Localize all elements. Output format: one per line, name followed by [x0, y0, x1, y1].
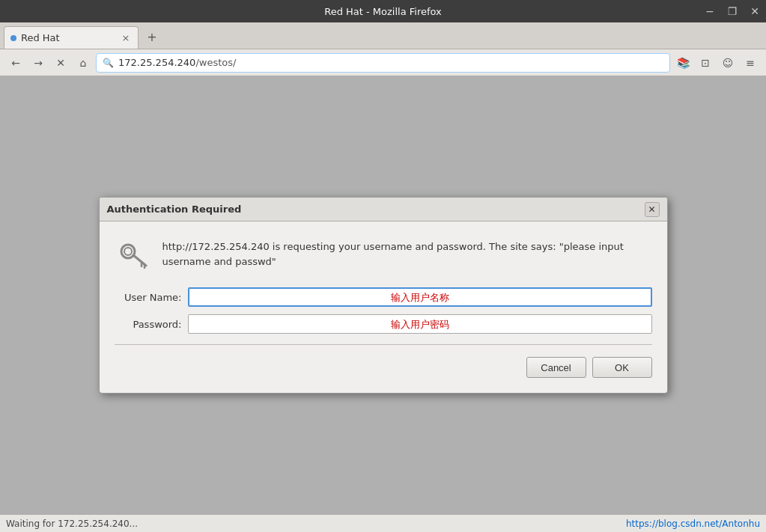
dialog-body: http://172.25.254.240 is requesting your…: [100, 221, 667, 393]
url-bar[interactable]: 🔍 172.25.254.240 /westos/: [96, 53, 670, 73]
dialog-buttons: Cancel OK: [115, 357, 652, 378]
cancel-button[interactable]: Cancel: [526, 357, 586, 378]
ok-button[interactable]: OK: [592, 357, 652, 378]
back-button[interactable]: ←: [6, 53, 25, 73]
profile-icon[interactable]: ☺: [718, 53, 738, 73]
password-input[interactable]: [188, 314, 652, 334]
status-text: Waiting for 172.25.254.240...: [6, 519, 138, 529]
key-icon: [115, 236, 151, 272]
dialog-overlay: Authentication Required ✕: [0, 76, 766, 514]
username-row: User Name:: [115, 287, 652, 307]
username-label: User Name:: [115, 292, 182, 303]
library-icon[interactable]: 📚: [673, 53, 693, 73]
dialog-message: http://172.25.254.240 is requesting your…: [162, 236, 652, 269]
url-path: /westos/: [195, 57, 236, 68]
addressbar-right: 📚 ⊡ ☺ ≡: [673, 53, 760, 73]
window-title: Red Hat - Mozilla Firefox: [324, 6, 442, 17]
tab-redhat[interactable]: Red Hat ×: [4, 26, 139, 49]
tab-close-button[interactable]: ×: [120, 32, 132, 44]
titlebar: Red Hat - Mozilla Firefox − ❐ ✕: [0, 0, 766, 22]
dialog-titlebar: Authentication Required ✕: [100, 198, 667, 221]
stop-button[interactable]: ✕: [51, 53, 70, 73]
dialog-separator: [115, 344, 652, 345]
titlebar-controls: − ❐ ✕: [699, 0, 766, 22]
search-icon: 🔍: [103, 58, 114, 68]
tabbar: Red Hat × +: [0, 22, 766, 49]
window-close-button[interactable]: ✕: [744, 0, 766, 22]
minimize-button[interactable]: −: [699, 0, 721, 22]
auth-form: User Name: Password:: [115, 287, 652, 334]
reader-view-icon[interactable]: ⊡: [696, 53, 715, 73]
menu-icon[interactable]: ≡: [741, 53, 760, 73]
forward-button[interactable]: →: [28, 53, 48, 73]
password-label: Password:: [115, 319, 182, 330]
tab-title: Red Hat: [21, 32, 115, 43]
username-input[interactable]: [188, 287, 652, 307]
svg-point-1: [124, 248, 132, 255]
new-tab-button[interactable]: +: [142, 26, 162, 47]
url-host: 172.25.254.240: [118, 57, 195, 68]
dialog-message-row: http://172.25.254.240 is requesting your…: [115, 236, 652, 272]
main-content: Authentication Required ✕: [0, 76, 766, 514]
statusbar-url: https://blog.csdn.net/Antonhu: [626, 519, 760, 529]
tab-loading-indicator: [10, 35, 16, 41]
auth-dialog: Authentication Required ✕: [99, 197, 668, 394]
home-button[interactable]: ⌂: [73, 53, 93, 73]
password-row: Password:: [115, 314, 652, 334]
addressbar: ← → ✕ ⌂ 🔍 172.25.254.240 /westos/ 📚 ⊡ ☺ …: [0, 49, 766, 76]
dialog-close-button[interactable]: ✕: [645, 202, 660, 217]
restore-button[interactable]: ❐: [721, 0, 744, 22]
dialog-title: Authentication Required: [107, 204, 242, 215]
statusbar: Waiting for 172.25.254.240... https://bl…: [0, 514, 766, 532]
